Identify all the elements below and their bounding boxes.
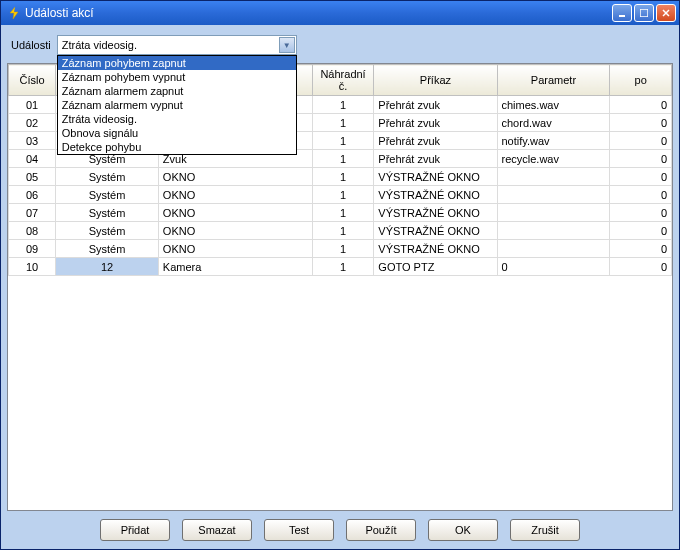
table-cell: Přehrát zvuk (374, 114, 497, 132)
table-cell: 1 (312, 168, 374, 186)
window-buttons (612, 4, 676, 22)
events-combo-value: Ztráta videosig. (62, 39, 137, 51)
col-param[interactable]: Parametr (497, 65, 610, 96)
table-cell: 1 (312, 240, 374, 258)
table-cell: recycle.wav (497, 150, 610, 168)
table-cell: chimes.wav (497, 96, 610, 114)
table-row[interactable]: 06SystémOKNO1VÝSTRAŽNÉ OKNO0 (9, 186, 672, 204)
table-cell: 0 (610, 222, 672, 240)
dropdown-option[interactable]: Záznam alarmem vypnut (58, 98, 296, 112)
table-cell: 1 (312, 204, 374, 222)
table-cell: 01 (9, 96, 56, 114)
col-command[interactable]: Příkaz (374, 65, 497, 96)
table-cell: 1 (312, 132, 374, 150)
table-cell: 04 (9, 150, 56, 168)
events-label: Události (11, 39, 51, 51)
table-row[interactable]: 08SystémOKNO1VÝSTRAŽNÉ OKNO0 (9, 222, 672, 240)
table-cell: 06 (9, 186, 56, 204)
table-cell: VÝSTRAŽNÉ OKNO (374, 204, 497, 222)
table-cell (497, 222, 610, 240)
titlebar: Události akcí (1, 1, 679, 25)
svg-rect-1 (640, 9, 648, 17)
table-cell: 12 (56, 258, 159, 276)
table-cell: 0 (610, 96, 672, 114)
table-cell: VÝSTRAŽNÉ OKNO (374, 186, 497, 204)
dropdown-option[interactable]: Záznam alarmem zapnut (58, 84, 296, 98)
table-cell: VÝSTRAŽNÉ OKNO (374, 168, 497, 186)
col-number[interactable]: Číslo (9, 65, 56, 96)
table-cell: 09 (9, 240, 56, 258)
apply-button[interactable]: Použít (346, 519, 416, 541)
button-row: Přidat Smazat Test Použít OK Zrušit (7, 511, 673, 543)
table-cell: 0 (610, 258, 672, 276)
window-title: Události akcí (25, 6, 612, 20)
table-cell (497, 168, 610, 186)
ok-button[interactable]: OK (428, 519, 498, 541)
filter-row: Události Ztráta videosig. ▼ Záznam pohyb… (7, 31, 673, 63)
test-button[interactable]: Test (264, 519, 334, 541)
table-cell: 1 (312, 114, 374, 132)
table-cell: 10 (9, 258, 56, 276)
table-cell (497, 204, 610, 222)
table-cell: Systém (56, 186, 159, 204)
col-po[interactable]: po (610, 65, 672, 96)
table-cell: OKNO (158, 222, 312, 240)
table-cell: 0 (610, 186, 672, 204)
table-cell (497, 240, 610, 258)
table-cell: Kamera (158, 258, 312, 276)
table-cell: 08 (9, 222, 56, 240)
chevron-down-icon: ▼ (279, 37, 295, 53)
table-cell: VÝSTRAŽNÉ OKNO (374, 222, 497, 240)
add-button[interactable]: Přidat (100, 519, 170, 541)
table-cell: OKNO (158, 240, 312, 258)
table-cell: 0 (610, 204, 672, 222)
table-row[interactable]: 05SystémOKNO1VÝSTRAŽNÉ OKNO0 (9, 168, 672, 186)
table-cell: GOTO PTZ (374, 258, 497, 276)
table-cell: Přehrát zvuk (374, 96, 497, 114)
table-row[interactable]: 07SystémOKNO1VÝSTRAŽNÉ OKNO0 (9, 204, 672, 222)
table-cell: 02 (9, 114, 56, 132)
table-cell: OKNO (158, 204, 312, 222)
table-cell: 03 (9, 132, 56, 150)
events-combobox[interactable]: Ztráta videosig. ▼ (57, 35, 297, 55)
events-dropdown[interactable]: Záznam pohybem zapnutZáznam pohybem vypn… (57, 55, 297, 155)
table-cell: chord.wav (497, 114, 610, 132)
table-cell: OKNO (158, 186, 312, 204)
delete-button[interactable]: Smazat (182, 519, 252, 541)
dropdown-option[interactable]: Ztráta videosig. (58, 112, 296, 126)
table-cell: Systém (56, 168, 159, 186)
table-cell: 0 (610, 168, 672, 186)
table-row[interactable]: 1012Kamera1GOTO PTZ00 (9, 258, 672, 276)
minimize-button[interactable] (612, 4, 632, 22)
table-cell: 1 (312, 258, 374, 276)
col-replace[interactable]: Náhradní č. (312, 65, 374, 96)
table-cell: 0 (610, 150, 672, 168)
events-combo-wrap: Ztráta videosig. ▼ Záznam pohybem zapnut… (57, 35, 297, 55)
table-cell: 07 (9, 204, 56, 222)
table-row[interactable]: 09SystémOKNO1VÝSTRAŽNÉ OKNO0 (9, 240, 672, 258)
table-cell: VÝSTRAŽNÉ OKNO (374, 240, 497, 258)
table-cell: Systém (56, 222, 159, 240)
table-cell: 1 (312, 186, 374, 204)
close-button[interactable] (656, 4, 676, 22)
svg-rect-0 (619, 15, 625, 17)
table-cell: Systém (56, 240, 159, 258)
table-cell: 0 (610, 132, 672, 150)
dropdown-option[interactable]: Záznam pohybem vypnut (58, 70, 296, 84)
dropdown-option[interactable]: Detekce pohybu (58, 140, 296, 154)
table-cell: 05 (9, 168, 56, 186)
window: Události akcí Události Ztráta videosig. … (0, 0, 680, 550)
content-area: Události Ztráta videosig. ▼ Záznam pohyb… (1, 25, 679, 549)
dropdown-option[interactable]: Obnova signálu (58, 126, 296, 140)
app-icon (7, 6, 21, 20)
dropdown-option[interactable]: Záznam pohybem zapnut (58, 56, 296, 70)
table-cell: 1 (312, 96, 374, 114)
table-cell: Systém (56, 204, 159, 222)
table-cell: notify.wav (497, 132, 610, 150)
table-cell: 1 (312, 222, 374, 240)
cancel-button[interactable]: Zrušit (510, 519, 580, 541)
maximize-button[interactable] (634, 4, 654, 22)
table-cell: Přehrát zvuk (374, 150, 497, 168)
table-cell: 0 (497, 258, 610, 276)
table-cell: Přehrát zvuk (374, 132, 497, 150)
